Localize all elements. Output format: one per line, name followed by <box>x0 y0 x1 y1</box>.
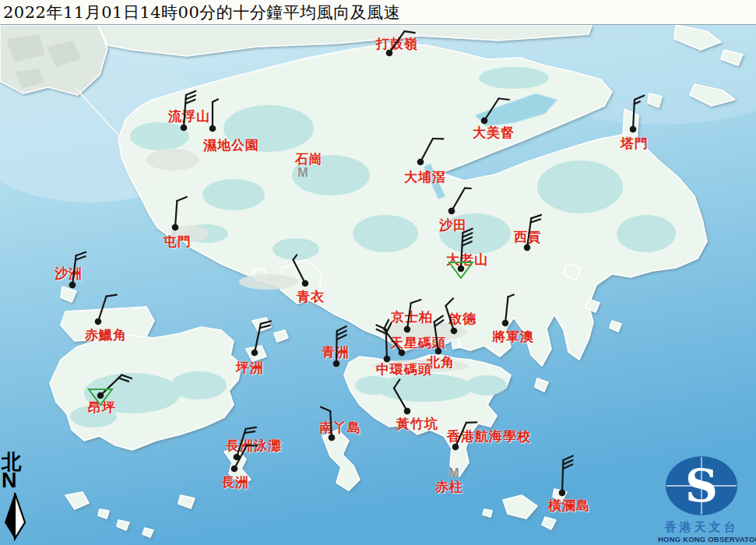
hko-logo-monogram: S <box>685 459 718 512</box>
hko-logo: S 香港天文台 HONG KONG OBSERVATORY <box>658 455 745 543</box>
wind-map-screenshot: 打鼓嶺流浮山濕地公園石崗M大埔滘大美督塔門沙田西貢大老山屯門沙洲赤鱲角青衣京士柏… <box>0 0 756 545</box>
north-arrow-icon <box>2 491 28 541</box>
hko-logo-name-zh: 香港天文台 <box>658 520 745 535</box>
page-title: 2022年11月01日14時00分的十分鐘平均風向及風速 <box>0 2 400 23</box>
hko-logo-name-en: HONG KONG OBSERVATORY <box>658 535 745 543</box>
north-compass: 北 N <box>2 452 33 541</box>
compass-north-en: N <box>2 470 17 491</box>
hko-logo-icon: S <box>663 455 740 519</box>
title-bar: 2022年11月01日14時00分的十分鐘平均風向及風速 <box>0 0 756 25</box>
hong-kong-map <box>0 0 756 545</box>
